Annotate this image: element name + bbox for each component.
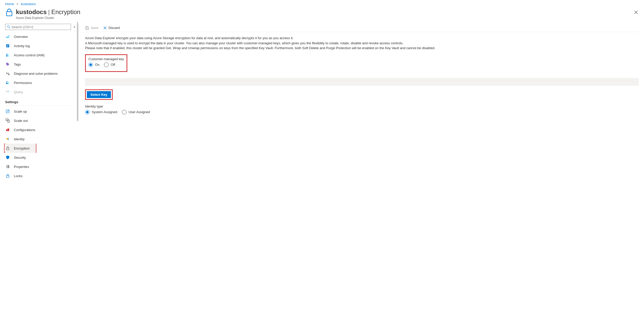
nav-encryption[interactable]: Encryption: [5, 144, 36, 153]
nav-overview[interactable]: Overview: [5, 32, 78, 41]
nav-access-control[interactable]: Access control (IAM): [5, 50, 78, 60]
cmk-label: Customer-managed key: [88, 57, 124, 61]
nav-label: Diagnose and solve problems: [14, 72, 58, 76]
svg-rect-14: [6, 91, 7, 92]
svg-rect-15: [7, 91, 8, 92]
svg-rect-17: [8, 91, 9, 92]
nav-properties[interactable]: Properties: [5, 162, 78, 171]
nav-label: Scale out: [14, 119, 28, 123]
nav-scale-up[interactable]: Scale up: [5, 107, 78, 116]
collapse-sidebar-button[interactable]: «: [74, 25, 75, 29]
svg-rect-6: [7, 47, 8, 47]
nav-diagnose[interactable]: Diagnose and solve problems: [5, 69, 78, 78]
svg-rect-16: [6, 92, 7, 93]
breadcrumb-separator: >: [16, 2, 18, 6]
desc-line3: Please note that if enabled, this cluste…: [85, 46, 639, 51]
sidebar-search[interactable]: [5, 24, 71, 30]
nav-label: Configurations: [14, 128, 35, 132]
identity-radio-group: System Assigned User Assigned: [85, 110, 639, 114]
svg-rect-31: [86, 28, 88, 29]
breadcrumb-current[interactable]: kustodocs: [21, 2, 36, 6]
cmk-off-label: Off: [111, 63, 115, 67]
section-name: Encryption: [51, 8, 80, 15]
nav-label: Tags: [14, 62, 21, 66]
svg-point-1: [7, 26, 9, 28]
discard-icon: [103, 26, 107, 30]
nav-locks[interactable]: Locks: [5, 171, 78, 180]
resource-icon: [5, 8, 13, 17]
close-button[interactable]: [633, 9, 639, 16]
nav-activity-log[interactable]: Activity log: [5, 41, 78, 50]
select-key-highlight-box: Select Key: [85, 89, 113, 100]
svg-rect-29: [7, 167, 9, 168]
scale-up-icon: [6, 109, 10, 113]
nav-security[interactable]: Security: [5, 153, 78, 162]
breadcrumb-home[interactable]: Home: [5, 2, 14, 6]
svg-line-11: [8, 73, 9, 74]
cmk-radio-group: On Off: [88, 62, 124, 67]
page-title: kustodocs|Encryption: [16, 8, 639, 16]
svg-rect-25: [7, 165, 9, 166]
security-icon: [6, 155, 10, 159]
discard-button[interactable]: Discard: [103, 26, 120, 30]
properties-icon: [6, 165, 10, 169]
discard-label: Discard: [109, 26, 120, 30]
nav-encryption-highlight: Encryption: [4, 144, 36, 153]
cmk-on-radio[interactable]: On: [88, 62, 99, 67]
nav-identity[interactable]: Identity: [5, 134, 78, 144]
svg-point-13: [8, 82, 9, 83]
select-key-button[interactable]: Select Key: [87, 91, 111, 98]
nav-label: Encryption: [14, 146, 29, 150]
save-button: Save: [85, 26, 98, 30]
nav-tags[interactable]: Tags: [5, 60, 78, 69]
nav-label: Overview: [14, 35, 28, 39]
save-icon: [85, 26, 89, 30]
breadcrumb: Home > kustodocs: [0, 0, 644, 7]
nav-label: Security: [14, 156, 26, 159]
nav-scale-out[interactable]: Scale out: [5, 116, 78, 125]
identity-system-radio[interactable]: System Assigned: [85, 110, 117, 114]
sidebar: ▲ « Overview Activity log Access control…: [0, 24, 78, 180]
svg-point-12: [6, 81, 7, 82]
scroll-up-arrow[interactable]: ▲: [76, 21, 79, 24]
svg-point-7: [6, 54, 7, 55]
svg-rect-19: [6, 119, 8, 121]
overview-icon: [6, 35, 10, 39]
save-label: Save: [91, 26, 98, 30]
search-input[interactable]: [12, 25, 69, 29]
svg-point-24: [6, 165, 7, 166]
svg-rect-0: [7, 12, 12, 16]
nav-label: Access control (IAM): [14, 53, 45, 57]
page-header: kustodocs|Encryption Azure Data Explorer…: [0, 7, 644, 24]
nav-divider: [5, 105, 70, 106]
svg-rect-21: [7, 130, 8, 130]
svg-rect-23: [6, 148, 9, 150]
diagnose-icon: [6, 71, 10, 76]
key-info-bar: [85, 78, 639, 86]
nav-label: Scale up: [14, 110, 27, 113]
svg-rect-20: [8, 121, 9, 122]
svg-point-10: [8, 74, 9, 75]
svg-rect-32: [86, 26, 88, 27]
desc-line1: Azure Data Explorer encrypts your data u…: [85, 36, 639, 41]
nav-label: Activity log: [14, 44, 30, 48]
search-icon: [7, 25, 11, 29]
nav-query[interactable]: Query: [5, 87, 78, 97]
nav-configurations[interactable]: Configurations: [5, 125, 78, 134]
identity-icon: [6, 137, 10, 141]
query-icon: [6, 90, 10, 94]
toolbar: Save Discard: [85, 24, 639, 32]
settings-section-header: Settings: [5, 100, 78, 104]
svg-rect-5: [7, 46, 9, 46]
svg-point-28: [6, 167, 7, 168]
encryption-icon: [6, 146, 10, 150]
scale-out-icon: [6, 119, 10, 123]
desc-line2: A Microsoft-managed key is used to encry…: [85, 41, 639, 46]
identity-user-radio[interactable]: User Assigned: [122, 110, 150, 114]
cmk-highlight-box: Customer-managed key On Off: [85, 54, 127, 72]
description: Azure Data Explorer encrypts your data u…: [85, 36, 639, 51]
nav-label: Identity: [14, 137, 25, 141]
resource-type: Azure Data Explorer Cluster: [16, 16, 639, 20]
nav-permissions[interactable]: Permissions: [5, 78, 78, 87]
cmk-off-radio[interactable]: Off: [104, 62, 115, 67]
